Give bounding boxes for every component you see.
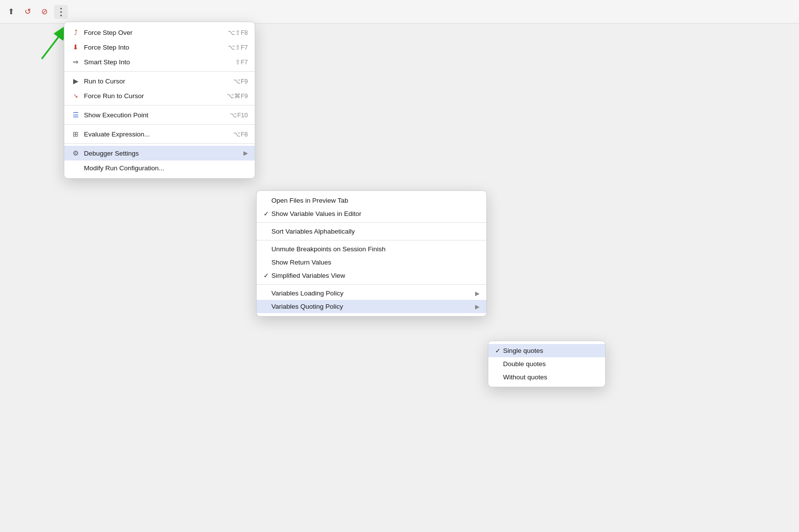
- open-files-preview-label: Open Files in Preview Tab: [271, 197, 479, 204]
- primary-menu: ⤴ Force Step Over ⌥⇧F8 ⬇ Force Step Into…: [64, 22, 255, 179]
- without-quotes-check: [495, 373, 503, 381]
- menu-item-force-step-into[interactable]: ⬇ Force Step Into ⌥⇧F7: [64, 40, 255, 54]
- settings-submenu: Open Files in Preview Tab ✓ Show Variabl…: [256, 190, 487, 317]
- menu-item-unmute-breakpoints[interactable]: Unmute Breakpoints on Session Finish: [257, 242, 486, 256]
- open-files-check: [264, 197, 271, 204]
- evaluate-icon: ⊞: [71, 130, 80, 138]
- return-values-check: [264, 259, 271, 266]
- menu-item-debugger-settings[interactable]: ⚙ Debugger Settings ▶: [64, 146, 255, 160]
- menu-item-simplified-variables[interactable]: ✓ Simplified Variables View: [257, 269, 486, 282]
- loading-policy-arrow-icon: ▶: [475, 290, 479, 297]
- menu-item-single-quotes[interactable]: ✓ Single quotes: [488, 344, 605, 357]
- variables-quoting-policy-label: Variables Quoting Policy: [271, 303, 475, 310]
- settings-sep-3: [257, 284, 486, 285]
- double-quotes-check: [495, 360, 503, 368]
- show-variable-check: ✓: [264, 210, 271, 217]
- debugger-settings-label: Debugger Settings: [84, 150, 139, 157]
- menu-item-force-step-over[interactable]: ⤴ Force Step Over ⌥⇧F8: [64, 25, 255, 40]
- show-exec-point-icon: ☰: [71, 110, 80, 119]
- force-step-into-shortcut: ⌥⇧F7: [228, 44, 248, 51]
- double-quotes-label: Double quotes: [503, 360, 598, 368]
- unmute-breakpoints-label: Unmute Breakpoints on Session Finish: [271, 245, 479, 253]
- separator-2: [64, 105, 255, 106]
- show-exec-point-label: Show Execution Point: [84, 111, 148, 119]
- force-step-over-icon: ⤴: [71, 28, 80, 37]
- settings-sep-2: [257, 240, 486, 240]
- menu-item-show-return-values[interactable]: Show Return Values: [257, 256, 486, 269]
- toolbar: ⬆ ↺ ⊘ ⋮: [0, 0, 799, 24]
- variables-loading-policy-label: Variables Loading Policy: [271, 290, 475, 297]
- menu-item-variables-loading-policy[interactable]: Variables Loading Policy ▶: [257, 287, 486, 300]
- show-variable-values-label: Show Variable Values in Editor: [271, 210, 479, 217]
- loading-policy-check: [264, 290, 271, 297]
- force-step-over-label: Force Step Over: [84, 29, 133, 36]
- quoting-submenu: ✓ Single quotes Double quotes Without qu…: [488, 341, 606, 387]
- force-run-cursor-label: Force Run to Cursor: [84, 92, 144, 100]
- sort-variables-check: [264, 228, 271, 235]
- smart-step-into-icon: ⇒: [71, 57, 80, 66]
- force-step-into-icon: ⬇: [71, 43, 80, 52]
- without-quotes-label: Without quotes: [503, 373, 598, 381]
- force-step-over-shortcut: ⌥⇧F8: [228, 29, 248, 36]
- menu-item-smart-step-into[interactable]: ⇒ Smart Step Into ⇧F7: [64, 54, 255, 69]
- single-quotes-label: Single quotes: [503, 347, 598, 354]
- run-to-cursor-shortcut: ⌥F9: [233, 78, 248, 85]
- more-options-button[interactable]: ⋮: [54, 5, 68, 19]
- show-return-values-label: Show Return Values: [271, 259, 479, 266]
- menu-item-without-quotes[interactable]: Without quotes: [488, 371, 605, 384]
- separator-1: [64, 71, 255, 72]
- settings-arrow-icon: ▶: [243, 150, 248, 157]
- menu-item-open-files-preview[interactable]: Open Files in Preview Tab: [257, 194, 486, 207]
- reload-icon[interactable]: ↺: [21, 5, 34, 19]
- single-quotes-check: ✓: [495, 347, 503, 354]
- force-run-cursor-icon: ↘: [71, 91, 80, 100]
- sort-variables-label: Sort Variables Alphabetically: [271, 228, 479, 235]
- settings-sep-1: [257, 222, 486, 223]
- simplified-check: ✓: [264, 272, 271, 279]
- quoting-policy-arrow-icon: ▶: [475, 303, 479, 310]
- upload-icon[interactable]: ⬆: [4, 5, 18, 19]
- menu-item-show-variable-values[interactable]: ✓ Show Variable Values in Editor: [257, 207, 486, 220]
- force-run-cursor-shortcut: ⌥⌘F9: [227, 92, 248, 100]
- modify-run-label: Modify Run Configuration...: [84, 164, 164, 172]
- settings-icon: ⚙: [71, 149, 80, 158]
- stop-icon[interactable]: ⊘: [37, 5, 51, 19]
- menu-item-modify-run[interactable]: Modify Run Configuration...: [64, 160, 255, 175]
- menu-item-show-exec-point[interactable]: ☰ Show Execution Point ⌥F10: [64, 107, 255, 122]
- menu-item-evaluate[interactable]: ⊞ Evaluate Expression... ⌥F8: [64, 127, 255, 141]
- menu-item-run-to-cursor[interactable]: ▶ Run to Cursor ⌥F9: [64, 74, 255, 88]
- separator-4: [64, 143, 255, 144]
- menu-item-variables-quoting-policy[interactable]: Variables Quoting Policy ▶: [257, 300, 486, 313]
- show-exec-point-shortcut: ⌥F10: [230, 111, 248, 119]
- menu-item-sort-variables[interactable]: Sort Variables Alphabetically: [257, 225, 486, 238]
- run-to-cursor-icon: ▶: [71, 77, 80, 85]
- run-to-cursor-label: Run to Cursor: [84, 78, 125, 85]
- modify-run-icon: [71, 163, 80, 172]
- simplified-variables-label: Simplified Variables View: [271, 272, 479, 279]
- smart-step-into-label: Smart Step Into: [84, 58, 130, 66]
- menu-item-force-run-cursor[interactable]: ↘ Force Run to Cursor ⌥⌘F9: [64, 88, 255, 103]
- evaluate-shortcut: ⌥F8: [233, 131, 248, 138]
- unmute-check: [264, 245, 271, 253]
- menu-item-double-quotes[interactable]: Double quotes: [488, 357, 605, 371]
- evaluate-label: Evaluate Expression...: [84, 131, 150, 138]
- quoting-policy-check: [264, 303, 271, 310]
- smart-step-into-shortcut: ⇧F7: [235, 58, 248, 66]
- separator-3: [64, 124, 255, 125]
- force-step-into-label: Force Step Into: [84, 44, 129, 51]
